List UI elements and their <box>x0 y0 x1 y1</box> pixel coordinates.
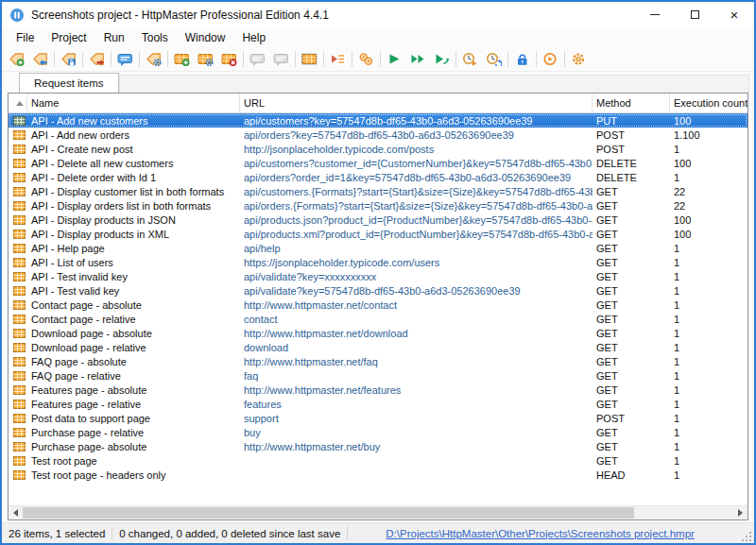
cell-name: API - Display customer list in both form… <box>27 184 240 198</box>
request-item-icon <box>13 329 26 338</box>
options-button[interactable] <box>567 48 591 70</box>
column-header-method[interactable]: Method <box>593 94 670 112</box>
table-row[interactable]: API - Display products in JSONapi/produc… <box>9 213 747 227</box>
table-row[interactable]: API - Test invalid keyapi/validate?key=x… <box>9 269 747 283</box>
toolbar-separator <box>564 51 565 67</box>
cell-name: API - Delete order with Id 1 <box>27 170 240 184</box>
cell-count: 1 <box>670 312 747 326</box>
project-options-button[interactable] <box>142 48 165 70</box>
table-row[interactable]: Purchase page - relativebuyGET1 <box>9 425 747 439</box>
tab-request-items[interactable]: Request items <box>19 73 119 93</box>
table-row[interactable]: Test root pageGET1 <box>9 453 747 468</box>
cell-url: api/customers?key=57547d8b-df65-43b0-a6d… <box>240 113 593 128</box>
table-row[interactable]: Post data to support pagesupportPOST1 <box>9 411 747 425</box>
menu-file[interactable]: File <box>8 29 43 46</box>
item-chaining-button[interactable] <box>354 48 378 70</box>
new-project-button[interactable] <box>5 48 28 70</box>
execute-all-button[interactable] <box>406 48 430 70</box>
cell-name: API - List of users <box>27 255 240 269</box>
cell-name: Contact page - absolute <box>27 298 240 312</box>
column-header-method-label: Method <box>596 97 631 109</box>
table-row[interactable]: Purchase page- absolutehttp://www.httpma… <box>9 439 747 453</box>
column-header-sort[interactable] <box>9 94 27 112</box>
column-header-name[interactable]: Name <box>27 94 240 112</box>
close-project-button[interactable] <box>85 48 109 70</box>
status-project-path-link[interactable]: D:\Projects\HttpMaster\Other\Projects\Sc… <box>348 528 741 539</box>
table-row[interactable]: API - Add new ordersapi/orders?key=57547… <box>9 128 747 142</box>
maximize-button[interactable] <box>675 2 714 27</box>
menu-help[interactable]: Help <box>233 29 274 46</box>
toolbar-separator <box>536 51 537 67</box>
project-security-button[interactable] <box>510 48 534 70</box>
edit-request-item-button[interactable] <box>194 48 217 70</box>
tag-open-icon <box>32 52 48 66</box>
menu-project[interactable]: Project <box>43 29 94 46</box>
menu-window[interactable]: Window <box>177 29 234 46</box>
column-header-count[interactable]: Execution count <box>670 94 747 112</box>
cell-icon <box>9 425 27 439</box>
save-project-button[interactable] <box>57 48 80 70</box>
table-row[interactable]: API - Delete all new customersapi/custom… <box>9 156 747 170</box>
project-comment-button[interactable] <box>269 48 293 70</box>
menu-run[interactable]: Run <box>95 29 133 46</box>
cell-method: GET <box>593 184 670 198</box>
request-items-list-button[interactable] <box>298 48 321 70</box>
table-row[interactable]: Features page - relativefeaturesGET1 <box>9 397 747 411</box>
execution-monitor-button[interactable] <box>539 48 562 70</box>
cell-method: GET <box>593 269 670 283</box>
toolbar-separator <box>380 51 381 67</box>
scroll-left-icon <box>13 509 18 517</box>
table-row[interactable]: API - Display products in XMLapi/product… <box>9 227 747 241</box>
cell-url <box>240 453 593 468</box>
table-row[interactable]: API - Test valid keyapi/validate?key=575… <box>9 283 747 298</box>
cell-icon <box>9 340 27 354</box>
cell-url: http://www.httpmaster.net/download <box>240 326 593 340</box>
cell-count: 1 <box>670 368 747 383</box>
table-row[interactable]: FAQ page - relativefaqGET1 <box>9 368 747 383</box>
table-row[interactable]: API - Help pageapi/helpGET1 <box>9 241 747 255</box>
execution-history-button[interactable] <box>458 48 482 70</box>
table-row[interactable]: API - Display orders list in both format… <box>9 198 747 213</box>
scrollbar-track[interactable] <box>23 506 733 519</box>
cell-name: API - Delete all new customers <box>27 156 240 170</box>
column-header-url[interactable]: URL <box>240 94 593 112</box>
cell-icon <box>9 298 27 312</box>
scroll-right-button[interactable] <box>733 506 747 519</box>
project-properties-button[interactable] <box>113 48 137 70</box>
table-row[interactable]: API - Create new posthttp://jsonplacehol… <box>9 142 747 156</box>
table-row[interactable]: API - Display customer list in both form… <box>9 184 747 198</box>
table-row[interactable]: Download page - absolutehttp://www.httpm… <box>9 326 747 340</box>
add-request-item-button[interactable] <box>170 48 194 70</box>
table-row[interactable]: Download page - relativedownloadGET1 <box>9 340 747 354</box>
minimize-button[interactable] <box>635 2 675 27</box>
execute-selected-button[interactable] <box>430 48 454 70</box>
scroll-left-button[interactable] <box>9 506 23 519</box>
table-row[interactable]: FAQ page - absolutehttp://www.httpmaster… <box>9 354 747 368</box>
menu-tools[interactable]: Tools <box>133 29 177 46</box>
cell-url: features <box>240 397 593 411</box>
scrollbar-thumb[interactable] <box>23 507 634 519</box>
table-row[interactable]: Contact page - relativecontactGET1 <box>9 312 747 326</box>
item-comment-button[interactable] <box>246 48 269 70</box>
cell-name: FAQ page - relative <box>27 368 240 383</box>
cell-icon <box>9 453 27 468</box>
resize-grip[interactable] <box>741 523 754 543</box>
table-row[interactable]: Test root page - headers onlyHEAD1 <box>9 468 747 482</box>
status-bar: 26 items, 1 selected 0 changed, 0 added,… <box>2 522 754 543</box>
table-row[interactable]: Features page - absolutehttp://www.httpm… <box>9 383 747 397</box>
table-row[interactable]: API - Add new customersapi/customers?key… <box>9 113 747 128</box>
table-row[interactable]: API - Delete order with Id 1api/orders?o… <box>9 170 747 184</box>
table-row[interactable]: Contact page - absolutehttp://www.httpma… <box>9 298 747 312</box>
execute-item-button[interactable] <box>383 48 406 70</box>
table-row[interactable]: API - List of usershttps://jsonplacehold… <box>9 255 747 269</box>
request-item-icon <box>13 456 26 466</box>
toolbar-separator <box>323 51 324 67</box>
execution-schedule-button[interactable] <box>482 48 506 70</box>
close-button[interactable]: × <box>714 2 754 27</box>
play-double-icon <box>410 52 426 66</box>
cell-name: API - Test valid key <box>27 283 240 298</box>
delete-request-item-button[interactable] <box>217 48 241 70</box>
cell-count: 1 <box>670 241 747 255</box>
execution-sequence-button[interactable] <box>326 48 350 70</box>
open-project-button[interactable] <box>28 48 52 70</box>
